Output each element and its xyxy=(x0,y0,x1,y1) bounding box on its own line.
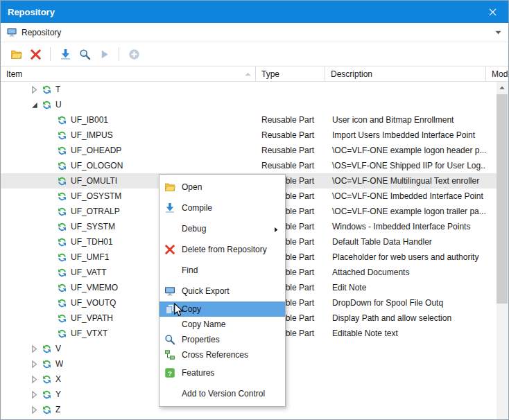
column-label-mod: Mod xyxy=(492,69,508,79)
features-icon: ? xyxy=(164,367,177,378)
cell-description xyxy=(325,82,486,97)
open-button[interactable] xyxy=(8,46,24,62)
cell-mod xyxy=(486,158,497,173)
menu-item-debug[interactable]: Debug xyxy=(159,218,285,239)
tree-row-t[interactable]: T xyxy=(1,82,497,97)
tree-row-uf-oheadp[interactable]: UF_OHEADPReusable Part\OC=VLF-ONE exampl… xyxy=(1,143,497,158)
twisty-collapsed-icon[interactable] xyxy=(30,375,39,384)
twisty-spacer xyxy=(45,299,54,308)
twisty-spacer xyxy=(45,116,54,125)
node-label: UF_OLOGON xyxy=(71,161,123,170)
delete-from-repository-button[interactable] xyxy=(27,46,44,62)
twisty-spacer xyxy=(45,177,54,186)
toolbar-separator xyxy=(50,47,51,61)
scrollbar-thumb[interactable] xyxy=(497,94,508,304)
twisty-spacer xyxy=(45,131,54,140)
column-header-description[interactable]: Description xyxy=(325,67,486,81)
scroll-up-button[interactable] xyxy=(497,82,508,93)
magnifier-icon xyxy=(164,334,177,345)
component-icon xyxy=(57,115,67,125)
repository-selector[interactable]: Repository xyxy=(1,23,508,42)
twisty-collapsed-icon[interactable] xyxy=(30,390,39,399)
menu-icon-spacer xyxy=(164,223,177,234)
tree-row-uf-ib001[interactable]: UF_IB001Reusable PartUser icon and Bitma… xyxy=(1,112,497,128)
twisty-collapsed-icon[interactable] xyxy=(30,344,39,353)
component-icon xyxy=(42,85,52,95)
toolbar-separator xyxy=(119,47,119,61)
menu-item-find[interactable]: Find xyxy=(159,260,285,281)
menu-item-label: Properties xyxy=(177,335,274,344)
twisty-spacer xyxy=(45,253,54,262)
twisty-spacer xyxy=(45,161,54,170)
menu-item-compile[interactable]: Compile xyxy=(159,198,285,218)
node-label: UF_VMEMO xyxy=(71,283,118,292)
component-icon xyxy=(42,359,52,369)
submenu-spacer xyxy=(274,321,285,328)
twisty-collapsed-icon[interactable] xyxy=(30,85,39,94)
cell-description: Editable Note text xyxy=(325,326,486,341)
cell-mod xyxy=(486,128,497,143)
menu-icon-spacer xyxy=(164,388,177,399)
node-label: UF_IMPUS xyxy=(71,130,113,140)
cell-description: Windows - Imbedded Interface Points xyxy=(325,219,486,234)
menu-item-quick-export[interactable]: Quick Export xyxy=(159,281,285,301)
component-icon xyxy=(57,298,67,308)
add-circle-icon xyxy=(128,49,140,60)
submenu-spacer xyxy=(274,204,285,211)
submenu-arrow-icon xyxy=(274,225,285,232)
menu-item-features[interactable]: ?Features xyxy=(159,362,285,383)
twisty-expanded-icon[interactable] xyxy=(30,100,39,110)
menu-item-properties[interactable]: Properties xyxy=(159,332,285,347)
menu-item-copy-name[interactable]: Copy Name xyxy=(159,317,285,332)
menu-icon-spacer xyxy=(164,265,177,276)
submenu-spacer xyxy=(274,390,285,397)
column-header-mod[interactable]: Mod xyxy=(486,67,508,81)
cell-mod xyxy=(486,265,497,280)
node-label: V xyxy=(55,344,61,353)
twisty-spacer xyxy=(45,314,54,323)
compile-button[interactable] xyxy=(57,46,74,62)
sort-asc-icon xyxy=(245,72,251,76)
cell-type xyxy=(256,97,325,112)
node-label: UF_VATT xyxy=(71,268,107,277)
cursor-arrow-icon xyxy=(173,303,184,317)
cell-type: Reusable Part xyxy=(256,158,325,173)
component-icon xyxy=(57,237,67,247)
column-label-item: Item xyxy=(6,69,22,79)
column-header-item[interactable]: Item xyxy=(1,67,256,81)
menu-item-label: Cross References xyxy=(177,350,274,360)
node-label: U xyxy=(55,100,62,110)
twisty-collapsed-icon[interactable] xyxy=(30,405,39,414)
cell-mod xyxy=(486,173,497,189)
tree-row-other[interactable]: Other xyxy=(1,417,497,420)
repository-selector-value: Repository xyxy=(21,28,495,37)
twisty-collapsed-icon[interactable] xyxy=(30,360,39,369)
tree-row-uf-impus[interactable]: UF_IMPUSReusable PartImport Users Imbedd… xyxy=(1,128,497,143)
cell-description: \OC=VLF-ONE Multilingual Text enroller xyxy=(325,173,486,189)
column-header-type[interactable]: Type xyxy=(256,67,325,81)
vertical-scrollbar[interactable] xyxy=(497,82,508,419)
cell-description: \OC=VLF-ONE example logon header p... xyxy=(325,143,486,158)
menu-item-open[interactable]: Open xyxy=(159,177,285,198)
cell-description: Edit Note xyxy=(325,280,486,295)
menu-item-cross-references[interactable]: Cross References xyxy=(159,347,285,362)
menu-item-label: Add to Version Control xyxy=(177,389,274,399)
dropdown-arrow-icon[interactable] xyxy=(495,30,501,35)
find-button[interactable] xyxy=(76,46,93,62)
close-button[interactable] xyxy=(477,1,508,23)
menu-item-add-to-version-control[interactable]: Add to Version Control xyxy=(159,383,285,404)
twisty-spacer xyxy=(45,283,54,292)
cell-type: Reusable Part xyxy=(256,143,325,158)
node-label: UF_UMF1 xyxy=(71,252,109,262)
tree-row-u[interactable]: U xyxy=(1,97,497,112)
window-title: Repository xyxy=(1,7,477,17)
monitor-icon xyxy=(164,286,177,297)
submenu-spacer xyxy=(274,306,285,313)
tree-row-uf-ologon[interactable]: UF_OLOGONReusable Part\OS=VLF-ONE Shippe… xyxy=(1,158,497,173)
cell-mod xyxy=(486,143,497,158)
menu-item-delete-from-repository[interactable]: Delete from Repository xyxy=(159,239,285,260)
cell-mod xyxy=(486,97,497,112)
cell-description: DropDown for Spool File Outq xyxy=(325,295,486,310)
cell-description: Attached Documents xyxy=(325,265,486,280)
scroll-up-icon xyxy=(499,86,505,89)
